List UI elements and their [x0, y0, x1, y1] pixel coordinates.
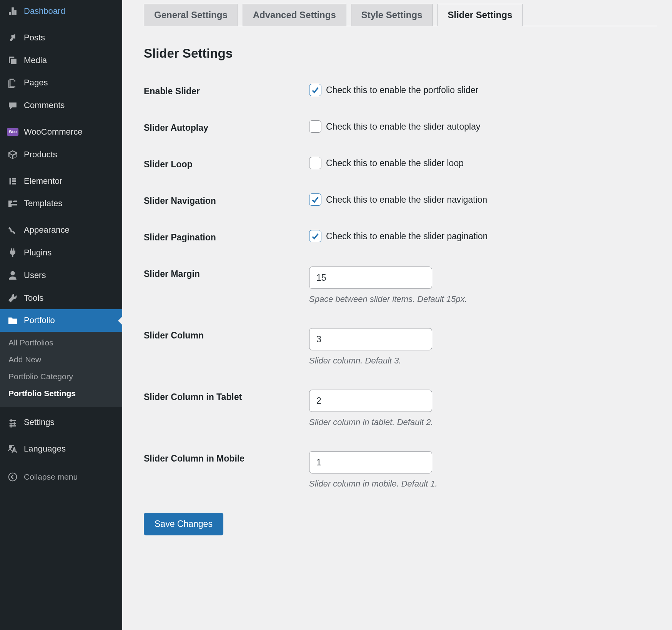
tab-style-settings[interactable]: Style Settings: [351, 4, 433, 26]
input-slider-margin[interactable]: [309, 267, 432, 289]
sidebar-item-label: Templates: [24, 198, 62, 210]
comments-icon: [7, 100, 18, 112]
sidebar-item-posts[interactable]: Posts: [0, 27, 122, 49]
desc-slider-column-mobile: Slider column in mobile. Default 1.: [309, 479, 657, 489]
settings-tabs: General SettingsAdvanced SettingsStyle S…: [144, 4, 657, 26]
row-slider-loop: Slider Loop Check this to enable the sli…: [144, 157, 657, 193]
save-changes-button[interactable]: Save Changes: [144, 513, 223, 535]
sidebar-item-elementor[interactable]: Elementor: [0, 170, 122, 193]
checkbox-text: Check this to enable the slider loop: [326, 158, 464, 168]
checkbox-text: Check this to enable the slider autoplay: [326, 122, 480, 132]
sidebar-item-media[interactable]: Media: [0, 49, 122, 72]
tab-advanced-settings[interactable]: Advanced Settings: [243, 4, 346, 26]
label-slider-autoplay: Slider Autoplay: [144, 120, 309, 133]
row-enable-slider: Enable Slider Check this to enable the p…: [144, 84, 657, 120]
submenu-item-all-portfolios[interactable]: All Portfolios: [0, 334, 122, 351]
label-slider-navigation: Slider Navigation: [144, 193, 309, 206]
input-slider-column[interactable]: [309, 328, 432, 350]
sidebar-item-label: Appearance: [24, 224, 70, 236]
row-slider-column: Slider Column Slider column. Default 3.: [144, 328, 657, 390]
checkbox-text: Check this to enable the slider paginati…: [326, 231, 488, 242]
sidebar-item-tools[interactable]: Tools: [0, 287, 122, 310]
pin-icon: [7, 32, 18, 43]
row-slider-column-tablet: Slider Column in Tablet Slider column in…: [144, 390, 657, 451]
label-slider-column-tablet: Slider Column in Tablet: [144, 390, 309, 402]
checkbox-box: [309, 230, 321, 242]
sidebar-item-label: Posts: [24, 32, 45, 44]
admin-sidebar: Dashboard Posts Media Pages Comments Woo…: [0, 0, 122, 630]
sidebar-item-comments[interactable]: Comments: [0, 94, 122, 117]
row-slider-autoplay: Slider Autoplay Check this to enable the…: [144, 120, 657, 157]
sidebar-item-pages[interactable]: Pages: [0, 72, 122, 94]
sidebar-item-label: Products: [24, 149, 57, 161]
sidebar-item-label: Languages: [24, 443, 66, 455]
checkbox-box: [309, 193, 321, 206]
dashboard-icon: [7, 5, 18, 17]
label-slider-pagination: Slider Pagination: [144, 230, 309, 243]
sidebar-item-products[interactable]: Products: [0, 143, 122, 166]
pages-icon: [7, 77, 18, 89]
sidebar-submenu: All PortfoliosAdd NewPortfolio CategoryP…: [0, 332, 122, 407]
sidebar-item-users[interactable]: Users: [0, 264, 122, 287]
sidebar-item-label: WooCommerce: [24, 126, 82, 138]
sidebar-item-settings[interactable]: Settings: [0, 411, 122, 434]
svg-point-0: [9, 473, 17, 481]
collapse-icon: [7, 471, 18, 483]
collapse-menu[interactable]: Collapse menu: [0, 464, 122, 490]
sidebar-item-label: Pages: [24, 77, 48, 89]
sidebar-item-label: Media: [24, 55, 47, 67]
portfolio-icon: [7, 315, 18, 327]
tools-icon: [7, 292, 18, 304]
templates-icon: [7, 198, 18, 210]
tab-general-settings[interactable]: General Settings: [144, 4, 238, 26]
sidebar-item-portfolio[interactable]: Portfolio: [0, 309, 122, 332]
sidebar-item-label: Portfolio: [24, 315, 55, 327]
sidebar-item-label: Elementor: [24, 175, 62, 187]
settings-icon: [7, 417, 18, 428]
users-icon: [7, 270, 18, 281]
desc-slider-column: Slider column. Default 3.: [309, 356, 657, 366]
plugins-icon: [7, 247, 18, 258]
sidebar-item-languages[interactable]: Languages: [0, 438, 122, 460]
row-slider-column-mobile: Slider Column in Mobile Slider column in…: [144, 451, 657, 513]
sidebar-item-label: Settings: [24, 417, 55, 428]
appearance-icon: [7, 225, 18, 236]
submenu-item-portfolio-category[interactable]: Portfolio Category: [0, 368, 122, 385]
checkbox-slider-navigation[interactable]: Check this to enable the slider navigati…: [309, 193, 657, 206]
products-icon: [7, 149, 18, 160]
input-slider-column-mobile[interactable]: [309, 451, 432, 473]
sidebar-item-appearance[interactable]: Appearance: [0, 219, 122, 242]
sidebar-item-label: Comments: [24, 100, 65, 112]
collapse-label: Collapse menu: [24, 472, 78, 482]
media-icon: [7, 55, 18, 66]
sidebar-item-label: Plugins: [24, 247, 52, 259]
row-slider-margin: Slider Margin Space between slider items…: [144, 267, 657, 328]
checkbox-slider-loop[interactable]: Check this to enable the slider loop: [309, 157, 657, 169]
sidebar-item-label: Dashboard: [24, 5, 65, 17]
label-enable-slider: Enable Slider: [144, 84, 309, 97]
label-slider-margin: Slider Margin: [144, 267, 309, 279]
checkbox-slider-pagination[interactable]: Check this to enable the slider paginati…: [309, 230, 657, 242]
row-slider-navigation: Slider Navigation Check this to enable t…: [144, 193, 657, 230]
label-slider-column-mobile: Slider Column in Mobile: [144, 451, 309, 464]
languages-icon: [7, 443, 18, 455]
submenu-item-portfolio-settings[interactable]: Portfolio Settings: [0, 385, 122, 402]
checkbox-box: [309, 120, 321, 133]
sidebar-item-dashboard[interactable]: Dashboard: [0, 0, 122, 23]
checkbox-enable-slider[interactable]: Check this to enable the portfolio slide…: [309, 84, 657, 96]
input-slider-column-tablet[interactable]: [309, 390, 432, 412]
submenu-item-add-new[interactable]: Add New: [0, 351, 122, 368]
sidebar-item-label: Users: [24, 270, 46, 282]
label-slider-column: Slider Column: [144, 328, 309, 341]
sidebar-item-plugins[interactable]: Plugins: [0, 242, 122, 264]
checkbox-box: [309, 84, 321, 96]
label-slider-loop: Slider Loop: [144, 157, 309, 170]
woo-icon: Woo: [7, 126, 18, 138]
main-content: General SettingsAdvanced SettingsStyle S…: [122, 0, 672, 630]
tab-slider-settings[interactable]: Slider Settings: [437, 4, 523, 26]
sidebar-item-templates[interactable]: Templates: [0, 192, 122, 215]
checkbox-slider-autoplay[interactable]: Check this to enable the slider autoplay: [309, 120, 657, 133]
desc-slider-column-tablet: Slider column in tablet. Default 2.: [309, 417, 657, 427]
sidebar-item-label: Tools: [24, 292, 43, 304]
sidebar-item-woocommerce[interactable]: Woo WooCommerce: [0, 121, 122, 143]
